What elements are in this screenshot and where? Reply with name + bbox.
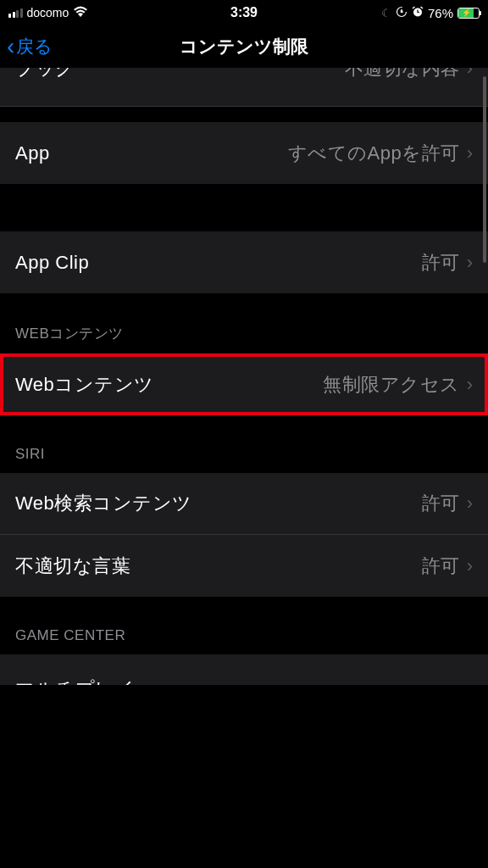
row-books[interactable]: ブック 不適切な内容 ›: [0, 68, 488, 107]
row-multiplayer[interactable]: マルチプレイ: [0, 654, 488, 685]
alarm-icon: [412, 6, 424, 20]
chevron-right-icon: ›: [467, 142, 473, 164]
row-label: App Clip: [15, 252, 89, 274]
wifi-icon: [73, 5, 88, 20]
battery-percent: 76%: [428, 6, 453, 20]
row-inappropriate-language[interactable]: 不適切な言葉 許可 ›: [0, 535, 488, 597]
section-header-siri: SIRI: [0, 415, 488, 473]
row-label: ブック: [15, 68, 75, 81]
row-label: Webコンテンツ: [15, 372, 154, 398]
nav-bar: ‹ 戻る コンテンツ制限: [0, 25, 488, 68]
chevron-left-icon: ‹: [7, 35, 14, 58]
row-right: 不適切な内容 ›: [345, 68, 473, 93]
spacer: [0, 184, 488, 231]
row-value: 無制限アクセス: [323, 372, 460, 398]
status-bar: docomo 3:39 ☾ 76% ⚡: [0, 0, 488, 25]
row-appclip[interactable]: App Clip 許可 ›: [0, 231, 488, 293]
status-left: docomo: [8, 5, 88, 20]
svg-rect-1: [401, 11, 402, 13]
orientation-lock-icon: [396, 6, 408, 20]
row-value: 不適切な内容: [345, 68, 460, 81]
signal-icon: [8, 8, 23, 18]
content-scroll[interactable]: ブック 不適切な内容 › App すべてのAppを許可 › App Clip 許…: [0, 68, 488, 868]
row-label: マルチプレイ: [15, 676, 135, 685]
row-value: 許可: [422, 250, 460, 275]
row-label: Web検索コンテンツ: [15, 491, 192, 516]
chevron-right-icon: ›: [467, 252, 473, 274]
row-value: 許可: [422, 554, 460, 579]
row-app[interactable]: App すべてのAppを許可 ›: [0, 122, 488, 184]
row-right: 許可 ›: [422, 250, 473, 275]
spacer: [0, 107, 488, 122]
row-right: 許可 ›: [422, 554, 473, 579]
back-button[interactable]: ‹ 戻る: [7, 35, 53, 58]
chevron-right-icon: ›: [467, 492, 473, 515]
page-title: コンテンツ制限: [180, 35, 308, 58]
row-right: 許可 ›: [422, 491, 473, 516]
status-right: ☾ 76% ⚡: [381, 6, 480, 20]
carrier-label: docomo: [27, 6, 69, 19]
row-right: すべてのAppを許可 ›: [288, 141, 473, 166]
row-label: App: [15, 142, 50, 164]
row-right: 無制限アクセス ›: [323, 372, 473, 398]
clock: 3:39: [230, 5, 258, 20]
chevron-right-icon: ›: [467, 68, 473, 80]
row-value: すべてのAppを許可: [288, 141, 460, 166]
row-web-content[interactable]: Webコンテンツ 無制限アクセス ›: [0, 353, 488, 415]
row-value: 許可: [422, 491, 460, 516]
battery-icon: ⚡: [458, 8, 480, 19]
chevron-right-icon: ›: [467, 555, 473, 577]
section-header-web: WEBコンテンツ: [0, 293, 488, 353]
row-label: 不適切な言葉: [15, 554, 130, 579]
row-web-search[interactable]: Web検索コンテンツ 許可 ›: [0, 473, 488, 535]
back-label: 戻る: [16, 35, 53, 58]
scroll-indicator[interactable]: [483, 76, 486, 263]
dnd-icon: ☾: [381, 7, 391, 19]
charging-icon: ⚡: [462, 8, 471, 17]
chevron-right-icon: ›: [467, 374, 473, 396]
section-header-gamecenter: GAME CENTER: [0, 597, 488, 654]
